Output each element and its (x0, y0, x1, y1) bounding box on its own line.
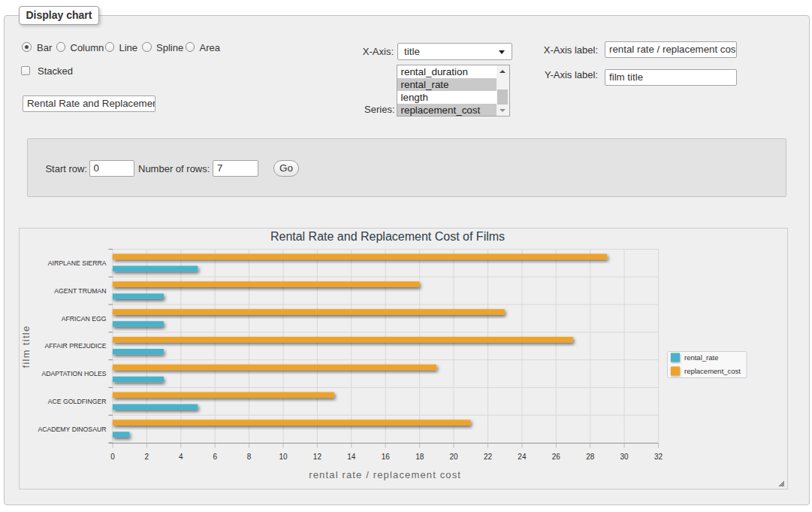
svg-text:Rental Rate and Replacement Co: Rental Rate and Replacement Cost of Film… (270, 230, 505, 243)
svg-text:4: 4 (179, 453, 183, 461)
svg-text:20: 20 (450, 453, 459, 461)
svg-text:AFFAIR PREJUDICE: AFFAIR PREJUDICE (44, 342, 106, 350)
svg-text:8: 8 (247, 453, 252, 461)
svg-text:16: 16 (382, 453, 391, 461)
svg-text:12: 12 (313, 453, 322, 461)
svg-text:AFRICAN EGG: AFRICAN EGG (62, 315, 107, 323)
svg-text:2: 2 (145, 453, 149, 461)
svg-text:AGENT TRUMAN: AGENT TRUMAN (54, 287, 106, 295)
svg-text:film title: film title (20, 325, 32, 368)
svg-text:0: 0 (110, 453, 115, 461)
svg-text:10: 10 (279, 453, 288, 461)
svg-text:28: 28 (586, 453, 595, 461)
svg-text:18: 18 (415, 453, 424, 461)
svg-text:rental_rate: rental_rate (684, 353, 718, 362)
svg-text:14: 14 (347, 453, 356, 461)
svg-text:22: 22 (484, 453, 493, 461)
svg-text:rental rate / replacement cost: rental rate / replacement cost (309, 469, 461, 480)
svg-text:AIRPLANE SIERRA: AIRPLANE SIERRA (48, 259, 107, 267)
svg-text:30: 30 (620, 453, 629, 461)
svg-text:32: 32 (654, 453, 663, 461)
svg-text:ACADEMY DINOSAUR: ACADEMY DINOSAUR (38, 426, 106, 433)
svg-text:26: 26 (552, 453, 561, 461)
svg-text:ACE GOLDFINGER: ACE GOLDFINGER (48, 398, 107, 405)
svg-text:24: 24 (518, 453, 527, 461)
svg-text:replacement_cost: replacement_cost (684, 367, 741, 375)
svg-text:6: 6 (213, 453, 217, 461)
svg-text:ADAPTATION HOLES: ADAPTATION HOLES (41, 370, 106, 377)
